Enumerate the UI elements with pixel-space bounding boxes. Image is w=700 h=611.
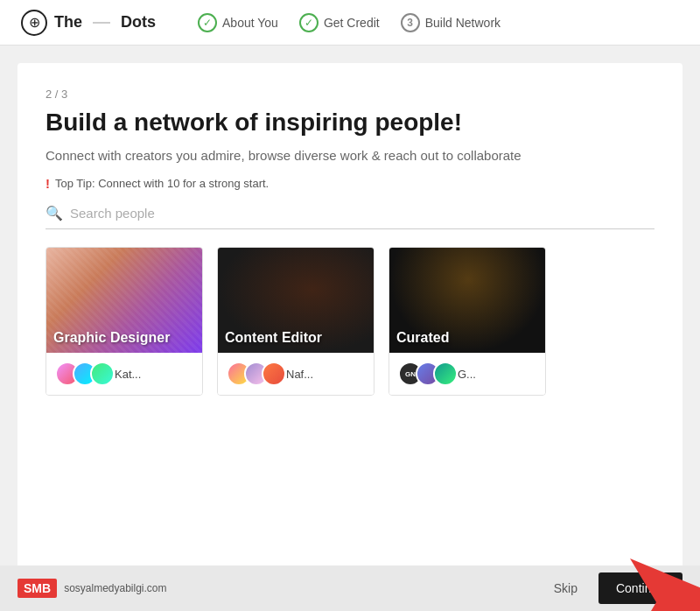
person-name-graphic-designer: Kat... xyxy=(115,368,141,381)
step-label-about-you: About You xyxy=(222,16,278,30)
card-footer-graphic-designer: Kat... xyxy=(46,353,202,395)
logo-icon: ⊕ xyxy=(21,10,47,36)
bottom-bar: SMB sosyalmedyabilgi.com Skip Continue xyxy=(0,565,700,611)
search-input[interactable] xyxy=(70,206,654,221)
step-build-network[interactable]: 3 Build Network xyxy=(401,13,500,32)
step-about-you[interactable]: ✓ About You xyxy=(198,13,278,32)
person-card-graphic-designer[interactable]: Graphic Designer Kat... xyxy=(46,247,203,396)
smb-badge: SMB xyxy=(18,579,57,598)
step-navigation: ✓ About You ✓ Get Credit 3 Build Network xyxy=(198,13,500,32)
card-category-curated: Curated xyxy=(396,329,449,346)
card-category-content-editor: Content Editor xyxy=(225,329,322,346)
top-tip: ! Top Tip: Connect with 10 for a strong … xyxy=(46,176,654,191)
avatar xyxy=(433,362,458,386)
avatar xyxy=(90,362,115,386)
card-footer-curated: GN G... xyxy=(389,353,545,395)
card-category-graphic-designer: Graphic Designer xyxy=(53,329,170,346)
card-image-graphic-designer: Graphic Designer xyxy=(46,248,203,353)
tip-text: Top Tip: Connect with 10 for a strong st… xyxy=(55,177,269,190)
search-icon: 🔍 xyxy=(46,205,63,221)
step-check-icon-1: ✓ xyxy=(198,13,217,32)
person-card-curated[interactable]: Curated GN G... xyxy=(388,247,546,396)
bottom-left: SMB sosyalmedyabilgi.com xyxy=(18,579,167,598)
avatar xyxy=(262,362,286,386)
person-name-curated: G... xyxy=(458,368,476,381)
card-image-content-editor: Content Editor xyxy=(218,248,374,353)
search-bar[interactable]: 🔍 xyxy=(46,205,654,229)
step-check-icon-2: ✓ xyxy=(299,13,318,32)
logo: ⊕ The Dots xyxy=(21,10,156,36)
avatars-content-editor xyxy=(227,362,279,386)
tip-icon: ! xyxy=(46,176,50,191)
card-footer-content-editor: Naf... xyxy=(218,353,374,395)
step-get-credit[interactable]: ✓ Get Credit xyxy=(299,13,380,32)
content-card: 2 / 3 Build a network of inspiring peopl… xyxy=(18,63,682,593)
people-cards-list: Graphic Designer Kat... Content Editor xyxy=(46,247,654,396)
card-subtitle: Connect with creators you admire, browse… xyxy=(46,146,553,166)
logo-dash xyxy=(93,22,110,24)
step-number-icon-3: 3 xyxy=(401,13,420,32)
avatars-graphic-designer xyxy=(55,362,108,386)
step-label-build-network: Build Network xyxy=(425,16,500,30)
skip-button[interactable]: Skip xyxy=(543,574,588,602)
main-content: 2 / 3 Build a network of inspiring peopl… xyxy=(0,46,700,611)
card-image-curated: Curated xyxy=(389,248,546,353)
header: ⊕ The Dots ✓ About You ✓ Get Credit 3 Bu… xyxy=(0,0,700,46)
continue-button[interactable]: Continue xyxy=(598,572,682,604)
person-name-content-editor: Naf... xyxy=(286,368,313,381)
person-card-content-editor[interactable]: Content Editor Naf... xyxy=(217,247,374,396)
card-title: Build a network of inspiring people! xyxy=(46,108,654,137)
avatars-curated: GN xyxy=(398,362,451,386)
site-label: sosyalmedyabilgi.com xyxy=(64,582,166,594)
step-counter: 2 / 3 xyxy=(46,88,654,101)
bottom-right: Skip Continue xyxy=(543,572,682,604)
step-label-get-credit: Get Credit xyxy=(324,16,380,30)
logo-text-the: The xyxy=(54,13,82,32)
logo-text-dots: Dots xyxy=(121,13,156,32)
